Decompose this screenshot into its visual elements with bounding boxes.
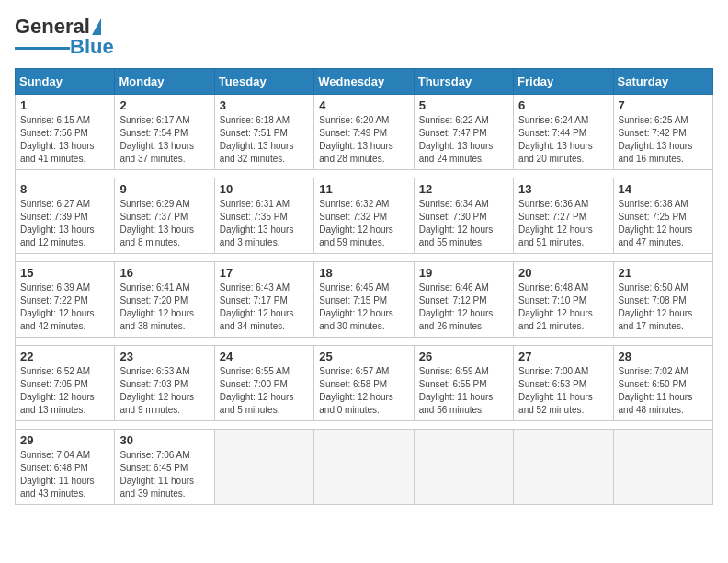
cell-daylight: Daylight: 12 hours and 30 minutes.	[319, 307, 408, 333]
cell-info: Sunrise: 6:52 AM Sunset: 7:05 PM Dayligh…	[20, 365, 109, 417]
cell-info: Sunrise: 6:15 AM Sunset: 7:56 PM Dayligh…	[20, 114, 109, 166]
cell-daylight: Daylight: 13 hours and 16 minutes.	[619, 140, 708, 166]
cell-info: Sunrise: 6:45 AM Sunset: 7:15 PM Dayligh…	[319, 282, 408, 333]
cell-info: Sunrise: 6:41 AM Sunset: 7:20 PM Dayligh…	[119, 282, 209, 333]
calendar-cell: 18 Sunrise: 6:45 AM Sunset: 7:15 PM Dayl…	[314, 262, 414, 338]
cell-sunset: Sunset: 6:55 PM	[419, 378, 508, 391]
calendar-cell	[414, 430, 513, 505]
logo-triangle-icon	[92, 18, 101, 35]
cell-info: Sunrise: 6:29 AM Sunset: 7:37 PM Dayligh…	[119, 198, 209, 249]
cell-sunset: Sunset: 7:30 PM	[419, 211, 508, 224]
cell-info: Sunrise: 6:46 AM Sunset: 7:12 PM Dayligh…	[419, 282, 508, 333]
cell-sunset: Sunset: 7:20 PM	[119, 294, 209, 307]
cell-sunrise: Sunrise: 6:39 AM	[20, 282, 109, 294]
logo-line	[15, 47, 70, 50]
cell-info: Sunrise: 6:24 AM Sunset: 7:44 PM Dayligh…	[518, 114, 608, 166]
cell-date: 27	[518, 350, 608, 363]
page-header: General Blue	[15, 15, 713, 59]
week-row-3: 15 Sunrise: 6:39 AM Sunset: 7:22 PM Dayl…	[16, 262, 713, 338]
calendar-cell: 24 Sunrise: 6:55 AM Sunset: 7:00 PM Dayl…	[214, 346, 313, 421]
cell-daylight: Daylight: 12 hours and 17 minutes.	[619, 307, 708, 333]
cell-date: 11	[319, 182, 408, 196]
cell-sunrise: Sunrise: 6:43 AM	[220, 282, 309, 294]
cell-sunrise: Sunrise: 7:06 AM	[119, 449, 209, 462]
cell-date: 6	[518, 98, 608, 112]
header-monday: Monday	[115, 69, 214, 95]
calendar-cell: 12 Sunrise: 6:34 AM Sunset: 7:30 PM Dayl…	[414, 178, 513, 254]
cell-date: 17	[220, 266, 309, 280]
calendar-cell: 6 Sunrise: 6:24 AM Sunset: 7:44 PM Dayli…	[514, 95, 613, 170]
calendar-cell	[514, 430, 613, 505]
cell-sunset: Sunset: 7:25 PM	[619, 211, 708, 224]
cell-daylight: Daylight: 13 hours and 3 minutes.	[220, 224, 309, 249]
cell-sunrise: Sunrise: 6:41 AM	[119, 282, 209, 294]
calendar-table: SundayMondayTuesdayWednesdayThursdayFrid…	[15, 68, 713, 505]
cell-daylight: Daylight: 12 hours and 21 minutes.	[518, 307, 608, 333]
cell-info: Sunrise: 6:31 AM Sunset: 7:35 PM Dayligh…	[220, 198, 309, 249]
cell-daylight: Daylight: 13 hours and 24 minutes.	[419, 140, 508, 166]
cell-date: 4	[319, 98, 408, 112]
cell-sunrise: Sunrise: 7:02 AM	[619, 365, 708, 378]
calendar-cell: 20 Sunrise: 6:48 AM Sunset: 7:10 PM Dayl…	[514, 262, 613, 338]
cell-date: 23	[119, 350, 209, 363]
cell-sunset: Sunset: 6:53 PM	[518, 378, 608, 391]
cell-sunset: Sunset: 7:17 PM	[220, 294, 309, 307]
cell-date: 8	[20, 182, 109, 196]
cell-date: 29	[20, 433, 109, 447]
calendar-cell: 17 Sunrise: 6:43 AM Sunset: 7:17 PM Dayl…	[214, 262, 313, 338]
cell-info: Sunrise: 6:20 AM Sunset: 7:49 PM Dayligh…	[319, 114, 408, 166]
cell-sunrise: Sunrise: 6:45 AM	[319, 282, 408, 294]
cell-sunset: Sunset: 6:48 PM	[20, 462, 109, 475]
calendar-cell	[613, 430, 712, 505]
cell-sunrise: Sunrise: 6:20 AM	[319, 114, 408, 127]
calendar-cell: 26 Sunrise: 6:59 AM Sunset: 6:55 PM Dayl…	[414, 346, 513, 421]
cell-sunset: Sunset: 7:22 PM	[20, 294, 109, 307]
cell-sunrise: Sunrise: 6:50 AM	[619, 282, 708, 294]
cell-sunset: Sunset: 7:15 PM	[319, 294, 408, 307]
cell-date: 15	[20, 266, 109, 280]
cell-info: Sunrise: 6:38 AM Sunset: 7:25 PM Dayligh…	[619, 198, 708, 249]
cell-sunset: Sunset: 6:50 PM	[619, 378, 708, 391]
calendar-cell: 29 Sunrise: 7:04 AM Sunset: 6:48 PM Dayl…	[16, 430, 115, 505]
cell-sunrise: Sunrise: 6:48 AM	[518, 282, 608, 294]
cell-info: Sunrise: 6:34 AM Sunset: 7:30 PM Dayligh…	[419, 198, 508, 249]
calendar-cell: 23 Sunrise: 6:53 AM Sunset: 7:03 PM Dayl…	[115, 346, 214, 421]
cell-info: Sunrise: 6:25 AM Sunset: 7:42 PM Dayligh…	[619, 114, 708, 166]
cell-date: 16	[119, 266, 209, 280]
cell-daylight: Daylight: 11 hours and 43 minutes.	[20, 475, 109, 500]
calendar-cell: 27 Sunrise: 7:00 AM Sunset: 6:53 PM Dayl…	[514, 346, 613, 421]
cell-info: Sunrise: 7:06 AM Sunset: 6:45 PM Dayligh…	[119, 449, 209, 500]
calendar-cell: 16 Sunrise: 6:41 AM Sunset: 7:20 PM Dayl…	[115, 262, 214, 338]
calendar-cell: 9 Sunrise: 6:29 AM Sunset: 7:37 PM Dayli…	[115, 178, 214, 254]
calendar-cell: 25 Sunrise: 6:57 AM Sunset: 6:58 PM Dayl…	[314, 346, 414, 421]
header-saturday: Saturday	[613, 69, 712, 95]
calendar-cell: 14 Sunrise: 6:38 AM Sunset: 7:25 PM Dayl…	[613, 178, 712, 254]
cell-sunrise: Sunrise: 6:18 AM	[220, 114, 309, 127]
cell-sunrise: Sunrise: 6:38 AM	[619, 198, 708, 211]
cell-daylight: Daylight: 12 hours and 26 minutes.	[419, 307, 508, 333]
cell-daylight: Daylight: 13 hours and 28 minutes.	[319, 140, 408, 166]
calendar-cell: 3 Sunrise: 6:18 AM Sunset: 7:51 PM Dayli…	[214, 95, 313, 170]
cell-info: Sunrise: 6:50 AM Sunset: 7:08 PM Dayligh…	[619, 282, 708, 333]
cell-daylight: Daylight: 12 hours and 51 minutes.	[518, 224, 608, 249]
row-spacer	[16, 170, 713, 178]
cell-info: Sunrise: 6:57 AM Sunset: 6:58 PM Dayligh…	[319, 365, 408, 417]
cell-daylight: Daylight: 13 hours and 37 minutes.	[119, 140, 209, 166]
cell-info: Sunrise: 7:02 AM Sunset: 6:50 PM Dayligh…	[619, 365, 708, 417]
cell-sunset: Sunset: 7:49 PM	[319, 127, 408, 140]
calendar-cell: 19 Sunrise: 6:46 AM Sunset: 7:12 PM Dayl…	[414, 262, 513, 338]
cell-info: Sunrise: 6:53 AM Sunset: 7:03 PM Dayligh…	[119, 365, 209, 417]
cell-sunrise: Sunrise: 6:15 AM	[20, 114, 109, 127]
cell-sunset: Sunset: 7:51 PM	[220, 127, 309, 140]
cell-date: 13	[518, 182, 608, 196]
cell-sunrise: Sunrise: 6:46 AM	[419, 282, 508, 294]
cell-daylight: Daylight: 12 hours and 47 minutes.	[619, 224, 708, 249]
calendar-cell	[314, 430, 414, 505]
calendar-cell: 8 Sunrise: 6:27 AM Sunset: 7:39 PM Dayli…	[16, 178, 115, 254]
cell-sunset: Sunset: 6:45 PM	[119, 462, 209, 475]
cell-sunrise: Sunrise: 6:57 AM	[319, 365, 408, 378]
cell-daylight: Daylight: 12 hours and 5 minutes.	[220, 391, 309, 417]
cell-sunrise: Sunrise: 6:17 AM	[119, 114, 209, 127]
cell-sunset: Sunset: 7:12 PM	[419, 294, 508, 307]
cell-date: 18	[319, 266, 408, 280]
